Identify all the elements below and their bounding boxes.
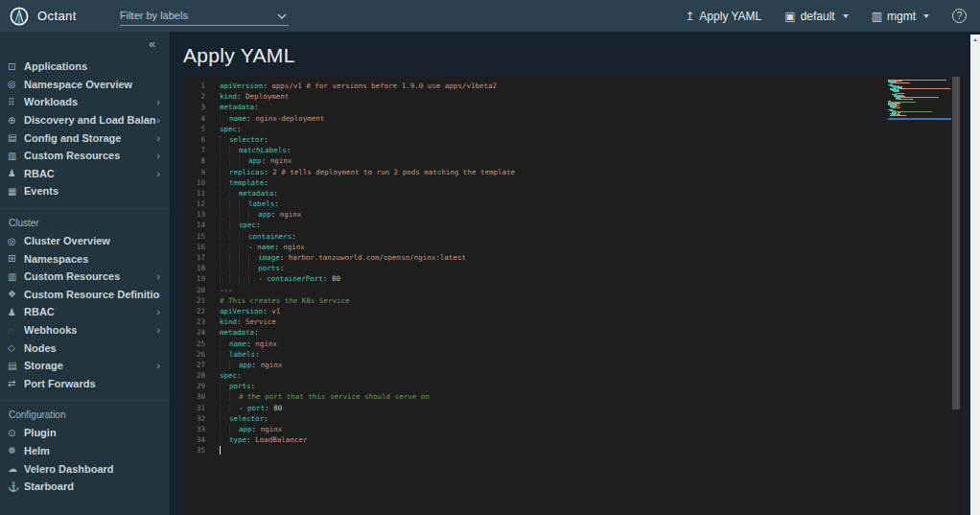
code-text: - name: nginx xyxy=(220,242,305,252)
code-text: - port: 80 xyxy=(220,403,282,413)
sidebar-item-port-forwards[interactable]: ⇄Port Forwards xyxy=(0,375,170,393)
sidebar-item-custom-resources[interactable]: ▥Custom Resources› xyxy=(0,147,170,165)
caret-down-icon xyxy=(843,14,849,18)
line-number: 35 xyxy=(182,445,205,456)
page-title: Apply YAML xyxy=(171,32,980,67)
sidebar-section: ⊡Applications◎Namespace Overview⠿Workloa… xyxy=(0,56,170,204)
sidebar-item-label: Helm xyxy=(24,445,50,456)
line-number: 26 xyxy=(182,349,205,360)
code-line: 3metadata: xyxy=(182,102,964,112)
scroll-up-arrow-icon: ▲ xyxy=(970,35,980,42)
code-line: 15 containers: xyxy=(182,231,964,242)
chevron-right-icon: › xyxy=(156,150,160,161)
sidebar-item-label: Workloads xyxy=(24,96,78,107)
sidebar-item-label: Plugin xyxy=(24,427,57,438)
sidebar-item-namespace-overview[interactable]: ◎Namespace Overview xyxy=(0,76,170,94)
application-window-icon: ⊡ xyxy=(8,61,24,72)
code-line: 30 # the port that this service should s… xyxy=(182,391,964,402)
body-layout: « ⊡Applications◎Namespace Overview⠿Workl… xyxy=(0,32,980,515)
line-number: 12 xyxy=(182,199,205,209)
sidebar-item-webhooks[interactable]: ◌Webhooks› xyxy=(0,321,170,339)
octant-logo-icon xyxy=(10,7,29,26)
line-number: 28 xyxy=(182,370,205,381)
storage-stack-icon: ▤ xyxy=(8,132,24,143)
collapse-sidebar-button[interactable]: « xyxy=(0,32,170,56)
port-forward-icon: ⇄ xyxy=(8,378,24,388)
editor-scrollbar[interactable] xyxy=(952,77,960,410)
code-text: selector: xyxy=(220,134,268,145)
sidebar-item-helm[interactable]: ☸Helm xyxy=(0,442,170,460)
sidebar-item-custom-resource-definitions[interactable]: ❖Custom Resource Definitions xyxy=(0,286,170,304)
sidebar-item-cluster-overview[interactable]: ◎Cluster Overview xyxy=(0,232,170,250)
sidebar-item-discovery-and-load-balancing[interactable]: ⊕Discovery and Load Balancing› xyxy=(0,111,170,129)
app-title: Octant xyxy=(37,9,77,23)
sidebar-item-label: Applications xyxy=(24,60,87,72)
code-text: labels: xyxy=(220,349,260,360)
context-dropdown[interactable]: ▥ mgmt xyxy=(872,10,929,23)
sidebar-item-rbac[interactable]: ♟RBAC› xyxy=(0,165,170,183)
sidebar-item-custom-resources[interactable]: ▥Custom Resources› xyxy=(0,268,170,286)
namespace-overview-icon: ◎ xyxy=(8,79,24,89)
user-icon: ♟ xyxy=(8,168,24,178)
line-number: 22 xyxy=(182,306,205,316)
code-area[interactable]: 1apiVersion: apps/v1 # for versions befo… xyxy=(182,77,964,456)
sidebar-item-storage[interactable]: ▤Storage› xyxy=(0,357,170,375)
code-text: template: xyxy=(220,177,268,188)
code-line: 1apiVersion: apps/v1 # for versions befo… xyxy=(182,81,964,91)
code-text xyxy=(220,445,221,456)
sidebar-item-label: Events xyxy=(24,185,58,197)
sidebar-item-workloads[interactable]: ⠿Workloads› xyxy=(0,93,170,111)
line-number: 11 xyxy=(182,188,205,199)
yaml-editor[interactable]: 1apiVersion: apps/v1 # for versions befo… xyxy=(182,77,964,515)
code-text: spec: xyxy=(220,220,261,230)
sidebar-item-label: Custom Resources xyxy=(24,270,120,282)
help-button[interactable]: ? xyxy=(952,9,967,23)
sidebar-section-label: Cluster xyxy=(0,211,170,232)
code-line: 32 selector: xyxy=(182,413,964,424)
code-text: app: nginx xyxy=(220,155,292,166)
sidebar-item-namespaces[interactable]: ⊞Namespaces xyxy=(0,249,170,268)
sidebar-item-config-and-storage[interactable]: ▤Config and Storage› xyxy=(0,129,170,147)
sidebar-item-starboard[interactable]: ⚓Starboard xyxy=(0,478,170,496)
code-text: # the port that this service should serv… xyxy=(220,391,430,402)
line-number: 29 xyxy=(182,381,205,391)
apply-yaml-button[interactable]: ↥ Apply YAML xyxy=(685,10,761,23)
main-content: Apply YAML 1apiVersion: apps/v1 # for ve… xyxy=(171,32,980,515)
line-number: 14 xyxy=(182,220,205,230)
line-number: 2 xyxy=(182,91,205,102)
filter-input[interactable] xyxy=(120,10,264,21)
sidebar-item-rbac[interactable]: ♟RBAC› xyxy=(0,303,170,321)
line-number: 20 xyxy=(182,285,205,295)
chevron-down-icon xyxy=(277,13,287,19)
minimap[interactable] xyxy=(888,79,951,121)
namespace-dropdown[interactable]: ▣ default xyxy=(784,10,848,23)
code-line: 27 app: nginx xyxy=(182,360,964,370)
code-text: ports: xyxy=(220,381,255,391)
sidebar-item-applications[interactable]: ⊡Applications xyxy=(0,58,170,76)
code-line: 13 app: nginx xyxy=(182,209,964,220)
code-line: 5spec: xyxy=(182,124,964,134)
line-number: 34 xyxy=(182,434,205,445)
line-number: 25 xyxy=(182,339,205,349)
code-text: --- xyxy=(220,285,233,295)
label-filter[interactable] xyxy=(120,7,289,26)
line-number: 3 xyxy=(182,102,205,112)
line-number: 24 xyxy=(182,327,205,338)
user-icon: ♟ xyxy=(8,307,24,317)
line-number: 9 xyxy=(182,167,205,177)
code-line: 22apiVersion: v1 xyxy=(182,306,964,316)
sidebar-item-velero-dashboard[interactable]: ☁Velero Dashboard xyxy=(0,459,170,478)
line-number: 30 xyxy=(182,391,205,402)
sidebar-item-label: Cluster Overview xyxy=(24,235,110,246)
page-scrollbar[interactable]: ▲ xyxy=(970,35,980,515)
code-line: 14 spec: xyxy=(182,220,964,230)
network-icon: ⊕ xyxy=(8,115,24,126)
sidebar-item-plugin[interactable]: ⊙Plugin xyxy=(0,424,170,442)
octant-app: Octant ↥ Apply YAML ▣ default ▥ mgmt xyxy=(0,0,980,515)
line-number: 23 xyxy=(182,316,205,327)
sidebar-item-nodes[interactable]: ◇Nodes xyxy=(0,339,170,357)
code-text: selector: xyxy=(220,413,268,424)
code-line: 10 template: xyxy=(182,177,964,188)
sidebar-item-events[interactable]: ▦Events xyxy=(0,182,170,200)
code-text: metadata: xyxy=(220,188,278,199)
